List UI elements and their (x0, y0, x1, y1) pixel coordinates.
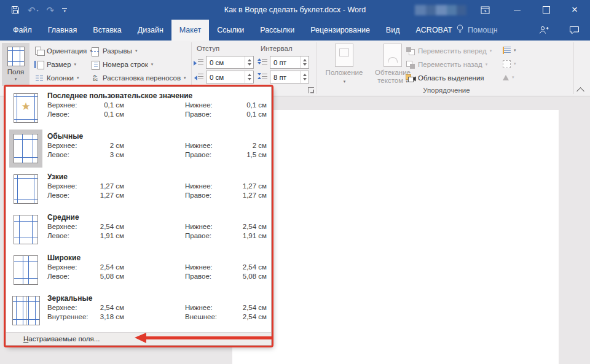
margin-value: 1,91 см (93, 231, 124, 241)
undo-icon[interactable]: ↶▾ (28, 6, 39, 15)
margin-label: Правое: (185, 110, 231, 119)
margin-label: Внешнее: (185, 312, 231, 322)
spacing-before-icon (258, 58, 267, 67)
arrange-group-label: Упорядочение (320, 87, 573, 94)
spin-down-icon[interactable] (248, 78, 251, 80)
margin-label: Левое: (47, 150, 93, 160)
margins-option-narrow[interactable]: Узкие Верхнее:1,27 смНижнее:1,27 см Лево… (6, 169, 271, 210)
tab-acrobat[interactable]: ACROBAT (407, 20, 460, 41)
margins-option-last-custom[interactable]: ★ Последнее пользовательское значение Ве… (6, 88, 271, 129)
tell-me-assistant[interactable]: Помощн (456, 20, 498, 41)
margins-preset-values: Верхнее:0,1 смНижнее:0,1 см Левое:0,1 см… (47, 101, 267, 119)
spin-up-icon[interactable] (248, 74, 251, 76)
minimize-button[interactable] (505, 0, 529, 20)
indent-left-icon (194, 58, 203, 67)
margins-option-medium[interactable]: Средние Верхнее:2,54 смНижнее:2,54 см Ле… (6, 210, 271, 250)
close-button[interactable]: × (563, 0, 586, 20)
margin-label: Верхнее: (47, 141, 93, 150)
redo-icon[interactable]: ↷ (47, 6, 55, 15)
align-objects-button[interactable]: ▾ (503, 45, 516, 56)
group-separator (317, 42, 317, 94)
spin-up-icon[interactable] (303, 74, 307, 76)
chevron-down-icon: ▾ (135, 48, 138, 53)
orientation-button[interactable]: Ориентация ▾ (34, 45, 92, 56)
margins-preset-icon (9, 292, 42, 330)
selection-pane-button[interactable]: Область выделения (406, 72, 484, 83)
margin-value: 2,54 см (231, 303, 267, 312)
margins-button[interactable]: Поля ▾ (2, 43, 30, 86)
spinner-arrows[interactable] (300, 71, 309, 83)
tab-file[interactable]: Файл (5, 20, 40, 41)
tab-references[interactable]: Ссылки (209, 20, 252, 41)
custom-margins-item[interactable]: Настраиваемые поля... (6, 332, 271, 345)
collapse-ribbon-icon[interactable] (576, 87, 584, 95)
title-bar: Как в Ворде сделать буклет.docx - Word ↶… (0, 0, 590, 20)
hyphenation-button[interactable]: a- bc Расстановка переносов ▾ (90, 72, 186, 83)
indent-left-field[interactable]: 0 см (194, 56, 254, 69)
bring-forward-icon (406, 47, 415, 56)
line-numbers-icon (90, 60, 100, 69)
margin-value: 0,1 см (231, 101, 267, 110)
ribbon-tab-bar: Файл Главная Вставка Дизайн Макет Ссылки… (0, 20, 590, 41)
spacing-after-field[interactable]: 8 пт (258, 71, 309, 83)
orientation-icon (34, 47, 44, 56)
indent-right-field[interactable]: 0 см (194, 71, 254, 83)
spinner-arrows[interactable] (245, 71, 253, 83)
share-sign-in-icon[interactable] (532, 20, 554, 41)
send-backward-button[interactable]: Переместить назад ▾ (406, 59, 487, 70)
margin-label: Нижнее: (185, 303, 231, 312)
custom-margins-label: астраиваемые поля... (28, 335, 100, 343)
group-objects-button[interactable]: ▾ (503, 58, 516, 69)
selection-pane-icon (406, 74, 415, 83)
margin-label: Нижнее: (185, 141, 231, 150)
bring-forward-button[interactable]: Переместить вперед ▾ (406, 45, 492, 56)
margins-option-normal[interactable]: Обычные Верхнее:2 смНижнее:2 см Левое:3 … (6, 129, 271, 169)
margin-value: 0,1 см (93, 110, 124, 119)
rotate-objects-button[interactable]: ▾ (503, 72, 514, 83)
columns-button[interactable]: Колонки ▾ (34, 72, 79, 83)
spinner-arrows[interactable] (300, 56, 309, 68)
indent-right-icon (194, 72, 203, 82)
spacing-before-field[interactable]: 0 пт (258, 56, 309, 69)
tab-design[interactable]: Дизайн (130, 20, 171, 41)
spin-down-icon[interactable] (303, 78, 307, 80)
customize-quick-access-icon[interactable]: ▾ (62, 8, 67, 12)
margins-option-mirrored[interactable]: Зеркальные Верхнее:2,54 смНижнее:2,54 см… (6, 291, 271, 331)
spin-down-icon[interactable] (248, 63, 251, 66)
size-button[interactable]: Размер ▾ (34, 59, 76, 70)
spin-up-icon[interactable] (248, 59, 251, 61)
tab-home[interactable]: Главная (40, 20, 85, 41)
margin-value: 2,54 см (93, 263, 124, 272)
position-icon (335, 44, 353, 67)
save-icon[interactable] (11, 6, 20, 14)
indent-right-value: 0 см (210, 74, 224, 81)
maximize-button[interactable] (535, 0, 558, 20)
chevron-down-icon: ▾ (512, 75, 514, 80)
margin-label: Правое: (185, 191, 231, 200)
tab-layout[interactable]: Макет (171, 20, 209, 41)
chevron-down-icon: ▾ (37, 8, 39, 12)
window-title: Как в Ворде сделать буклет.docx - Word (0, 0, 590, 20)
ribbon-display-options-icon[interactable] (473, 0, 497, 20)
tab-mailings[interactable]: Рассылки (252, 20, 302, 41)
margin-label: Левое: (47, 110, 93, 119)
comments-icon[interactable] (563, 20, 585, 41)
position-button[interactable]: Положение ▾ (320, 44, 369, 85)
tab-insert[interactable]: Вставка (85, 20, 129, 41)
breaks-button[interactable]: Разрывы ▾ (90, 45, 137, 56)
margins-option-wide[interactable]: Широкие Верхнее:2,54 смНижнее:2,54 см Ле… (6, 250, 271, 291)
spinner-arrows[interactable] (245, 56, 253, 68)
spin-down-icon[interactable] (303, 63, 307, 66)
chevron-down-icon: ▾ (77, 76, 79, 80)
spacing-before-value: 0 пт (273, 59, 286, 66)
tab-view[interactable]: Вид (378, 20, 408, 41)
paragraph-dialog-launcher-icon[interactable] (308, 87, 314, 93)
line-numbers-button[interactable]: Номера строк ▾ (90, 59, 153, 70)
spin-up-icon[interactable] (303, 59, 307, 61)
rotate-icon (503, 75, 509, 80)
margin-label: Нижнее: (185, 222, 231, 231)
margins-preset-title: Обычные (47, 131, 267, 141)
spacing-after-value: 8 пт (273, 74, 286, 81)
tab-review[interactable]: Рецензирование (302, 20, 378, 41)
spacing-group-label: Интервал (261, 45, 293, 52)
